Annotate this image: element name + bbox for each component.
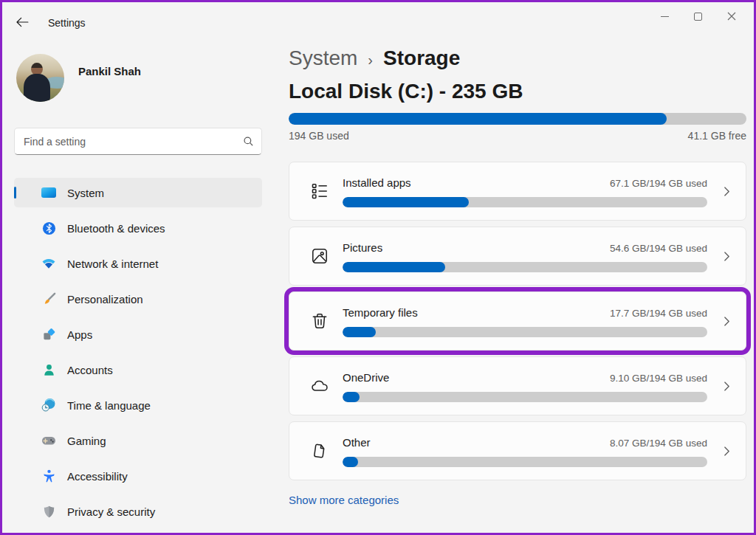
sidebar-item-gaming[interactable]: Gaming <box>14 426 262 455</box>
gamepad-icon <box>41 433 57 448</box>
category-label: Installed apps <box>343 176 411 189</box>
trash-icon <box>309 311 331 331</box>
category-row-pictures[interactable]: Pictures 54.6 GB/194 GB used <box>289 227 746 286</box>
category-row-installed-apps[interactable]: Installed apps 67.1 GB/194 GB used <box>289 162 746 221</box>
disk-usage-bar <box>289 113 746 125</box>
person-icon <box>41 362 57 377</box>
category-usage-bar <box>343 197 707 207</box>
breadcrumb-current: Storage <box>383 46 460 70</box>
file-icon <box>309 441 331 460</box>
titlebar: Settings <box>2 2 754 38</box>
sidebar-item-accounts[interactable]: Accounts <box>14 355 262 384</box>
sidebar-item-label: System <box>67 187 104 199</box>
settings-window: Settings Pankil Shah <box>0 0 756 535</box>
sidebar: Pankil Shah System Bluetooth & devices <box>2 38 274 533</box>
category-usage-value: 67.1 GB/194 GB used <box>610 178 707 189</box>
storage-category-list: Installed apps 67.1 GB/194 GB used Pictu… <box>289 162 746 480</box>
window-controls <box>648 5 748 27</box>
search-box <box>14 128 262 155</box>
back-button[interactable] <box>13 14 32 30</box>
sidebar-item-label: Time & language <box>67 399 151 412</box>
minimize-icon <box>661 16 669 17</box>
category-label: Temporary files <box>343 306 418 319</box>
sidebar-item-personalization[interactable]: Personalization <box>14 284 262 314</box>
category-usage-value: 54.6 GB/194 GB used <box>610 243 707 254</box>
user-name: Pankil Shah <box>78 65 141 77</box>
back-arrow-icon <box>16 17 29 27</box>
sidebar-item-privacy-security[interactable]: Privacy & security <box>14 497 262 526</box>
app-list-icon <box>309 182 331 201</box>
disk-used-label: 194 GB used <box>289 130 349 142</box>
disk-usage-fill <box>289 113 667 125</box>
category-usage-bar <box>343 327 707 337</box>
minimize-button[interactable] <box>648 5 681 27</box>
search-input[interactable] <box>24 136 243 148</box>
breadcrumb: System › Storage <box>289 46 746 70</box>
category-row-temporary-files[interactable]: Temporary files 17.7 GB/194 GB used <box>289 291 746 351</box>
brush-icon <box>41 291 57 306</box>
cloud-icon <box>309 376 331 396</box>
maximize-icon <box>694 13 702 21</box>
avatar <box>16 54 64 102</box>
chevron-right-icon <box>707 316 746 327</box>
sidebar-item-label: Gaming <box>67 435 106 447</box>
window-title: Settings <box>48 17 86 29</box>
sidebar-item-network-internet[interactable]: Network & internet <box>14 249 262 278</box>
selected-indicator <box>14 187 16 199</box>
search-icon <box>243 136 254 147</box>
system-icon <box>41 185 57 200</box>
chevron-right-icon <box>707 251 746 262</box>
chevron-right-icon <box>707 381 746 392</box>
main-content: System › Storage Local Disk (C:) - 235 G… <box>289 46 746 507</box>
sidebar-item-apps[interactable]: Apps <box>14 320 262 349</box>
sidebar-item-label: Accounts <box>67 364 113 376</box>
chevron-right-icon <box>707 446 746 457</box>
category-label: Pictures <box>343 241 382 254</box>
sidebar-item-label: Personalization <box>67 293 143 306</box>
globe-clock-icon <box>41 398 57 413</box>
category-usage-value: 9.10 GB/194 GB used <box>610 373 707 384</box>
disk-title: Local Disk (C:) - 235 GB <box>289 80 746 103</box>
sidebar-item-label: Bluetooth & devices <box>67 222 165 235</box>
sidebar-item-label: Privacy & security <box>67 505 155 518</box>
close-button[interactable] <box>715 5 748 27</box>
category-usage-value: 17.7 GB/194 GB used <box>610 308 707 319</box>
disk-free-label: 41.1 GB free <box>688 130 746 142</box>
show-more-categories-link[interactable]: Show more categories <box>289 494 399 506</box>
accessibility-icon <box>41 469 57 483</box>
category-label: Other <box>343 436 371 449</box>
breadcrumb-parent[interactable]: System <box>289 46 357 70</box>
sidebar-item-accessibility[interactable]: Accessibility <box>14 461 262 491</box>
category-usage-bar <box>343 457 707 467</box>
picture-icon <box>309 246 331 266</box>
wifi-icon <box>41 256 57 271</box>
close-icon <box>727 12 736 21</box>
bluetooth-icon <box>41 221 57 235</box>
sidebar-item-system[interactable]: System <box>14 178 262 207</box>
sidebar-nav: System Bluetooth & devices Network & int… <box>14 178 262 532</box>
sidebar-item-time-language[interactable]: Time & language <box>14 390 262 420</box>
category-label: OneDrive <box>343 371 389 384</box>
chevron-right-icon <box>707 186 746 197</box>
sidebar-item-label: Apps <box>67 328 92 341</box>
sidebar-item-label: Accessibility <box>67 470 128 483</box>
sidebar-item-bluetooth-devices[interactable]: Bluetooth & devices <box>14 213 262 243</box>
maximize-button[interactable] <box>681 5 715 27</box>
category-usage-value: 8.07 GB/194 GB used <box>610 438 707 449</box>
shield-icon <box>41 504 57 519</box>
category-row-onedrive[interactable]: OneDrive 9.10 GB/194 GB used <box>289 356 746 415</box>
category-usage-bar <box>343 392 707 402</box>
sidebar-item-label: Network & internet <box>67 258 158 270</box>
category-usage-bar <box>343 262 707 272</box>
disk-usage-labels: 194 GB used 41.1 GB free <box>289 130 746 142</box>
apps-icon <box>41 327 57 342</box>
breadcrumb-separator-icon: › <box>368 52 373 69</box>
category-row-other[interactable]: Other 8.07 GB/194 GB used <box>289 421 746 480</box>
